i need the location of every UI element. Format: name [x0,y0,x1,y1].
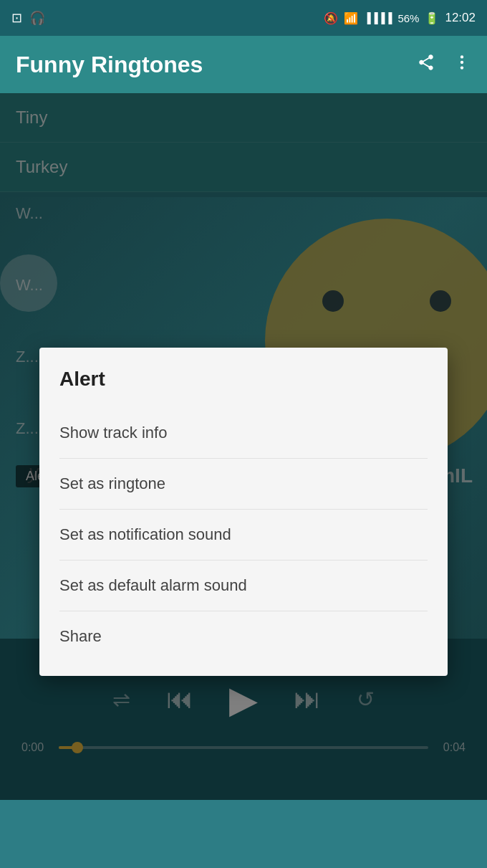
clock: 12:02 [445,11,476,25]
more-button[interactable] [453,53,471,76]
alert-item-set-ringtone[interactable]: Set as ringtone [59,459,428,510]
status-bar-right: 🔕 📶 ▐▐▐▐ 56% 🔋 12:02 [324,11,476,25]
svg-point-2 [461,66,463,69]
signal-icon: ▐▐▐▐ [364,12,392,24]
alert-item-set-notification[interactable]: Set as notification sound [59,510,428,561]
app-bar: Funny Ringtones [0,36,487,93]
svg-point-0 [461,55,463,58]
svg-point-1 [461,61,463,64]
status-bar-left: ⊡ 🎧 [11,10,45,26]
silent-icon: 🔕 [324,11,338,25]
screen-icon: ⊡ [11,10,22,26]
battery-icon: 🔋 [425,11,439,25]
alert-item-show-track[interactable]: Show track info [59,408,428,459]
battery-level: 56% [397,12,419,24]
alert-title: Alert [59,368,428,391]
share-button[interactable] [417,53,435,76]
main-content: Tiny Turkey W... W... Z... Z... you! SmI… [0,93,487,800]
alert-item-share[interactable]: Share [59,611,428,662]
alert-item-set-alarm[interactable]: Set as default alarm sound [59,561,428,611]
wifi-icon: 📶 [344,11,358,25]
alert-dialog: Alert Show track info Set as ringtone Se… [39,348,448,676]
status-bar: ⊡ 🎧 🔕 📶 ▐▐▐▐ 56% 🔋 12:02 [0,0,487,36]
headphone-icon: 🎧 [29,10,45,26]
app-title: Funny Ringtones [16,52,203,78]
app-bar-actions [417,53,471,76]
